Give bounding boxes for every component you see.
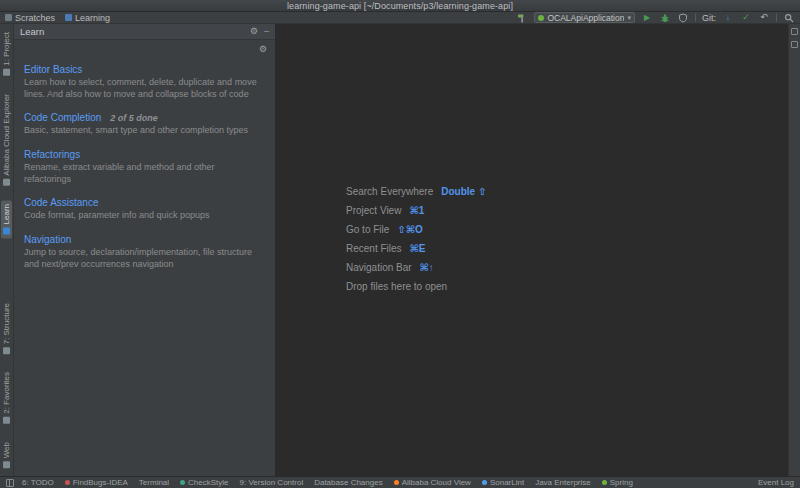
shortcut-label: Search Everywhere [346,186,433,197]
lesson-description: Learn how to select, comment, delete, du… [24,77,262,100]
shortcut-keys: ⇧⌘O [397,224,422,235]
shortcut-label: Drop files here to open [346,281,447,292]
status-item-label: 6: TODO [22,478,54,487]
learn-panel-header: Learn ⚙ – [14,24,275,40]
lesson-description: Rename, extract variable and method and … [24,162,262,185]
lesson-item: Navigation Jump to source, declaration/i… [24,234,265,270]
lesson-link-refactorings[interactable]: Refactorings [24,149,80,160]
event-log-button[interactable]: Event Log [758,478,794,487]
debug-button[interactable] [659,12,671,23]
project-icon [3,69,10,76]
shortcut-hint: Navigation Bar⌘↑ [346,258,486,277]
status-item-spring[interactable]: Spring [602,478,633,487]
lesson-item: Refactorings Rename, extract variable an… [24,149,265,185]
lesson-item: Code Completion 2 of 5 done Basic, state… [24,112,265,137]
main-area: 1: Project Alibaba Cloud Explorer Learn … [0,24,800,476]
status-item-version-control[interactable]: 9: Version Control [240,478,304,487]
lesson-description: Basic, statement, smart type and other c… [24,125,262,137]
breadcrumb-learning[interactable]: Learning [65,13,110,23]
right-tool-stripe [788,24,800,476]
editor-area[interactable]: Search EverywhereDouble ⇧ Project View⌘1… [276,24,788,476]
window-title: learning-game-api [~/Documents/p3/learni… [287,1,513,11]
learn-panel-title: Learn [20,26,44,37]
tool-button-label: Learn [2,204,11,224]
ide-window: learning-game-api [~/Documents/p3/learni… [0,0,800,488]
coverage-button[interactable] [677,12,689,23]
tool-button-label: 2: Favorites [2,372,11,414]
main-toolbar: Scratches Learning OCALApiApplication ▾ … [0,12,800,24]
shortcut-hint: Search EverywhereDouble ⇧ [346,182,486,201]
tool-button-web[interactable]: Web [1,438,12,472]
status-item-label: Spring [610,478,633,487]
status-item-alibaba-cloud[interactable]: Alibaba Cloud View [394,478,471,487]
search-everywhere-icon[interactable] [783,12,795,23]
tool-button-favorites[interactable]: 2: Favorites [1,368,12,428]
run-configuration-select[interactable]: OCALApiApplication ▾ [534,12,635,23]
status-item-label: FindBugs-IDEA [73,478,128,487]
lesson-link-code-assistance[interactable]: Code Assistance [24,197,99,208]
chevron-down-icon: ▾ [627,14,631,21]
shortcut-hint: Recent Files⌘E [346,239,486,258]
tool-button-label: 1: Project [2,32,11,66]
gear-icon[interactable]: ⚙ [259,45,267,54]
tool-button-label: Web [2,442,11,458]
tool-window-button-icon[interactable] [791,41,798,48]
git-label: Git: [702,13,716,23]
status-dot [65,480,70,485]
drop-files-hint: Drop files here to open [346,277,486,296]
panel-header-actions: ⚙ – [250,27,269,36]
tool-window-button-icon[interactable] [791,28,798,35]
tool-window-switcher-icon[interactable] [6,479,14,487]
lesson-link-navigation[interactable]: Navigation [24,234,71,245]
status-item-terminal[interactable]: Terminal [139,478,169,487]
status-item-java-enterprise[interactable]: Java Enterprise [535,478,591,487]
titlebar: learning-game-api [~/Documents/p3/learni… [0,0,800,12]
lesson-description: Code format, parameter info and quick po… [24,210,262,222]
cloud-icon [3,179,10,186]
tool-button-structure[interactable]: 7: Structure [1,299,12,358]
tool-button-learn[interactable]: Learn [1,200,12,238]
tool-button-alibaba-cloud-explorer[interactable]: Alibaba Cloud Explorer [1,90,12,190]
tool-button-project[interactable]: 1: Project [1,28,12,80]
structure-icon [3,347,10,354]
left-tool-stripe: 1: Project Alibaba Cloud Explorer Learn … [0,24,14,476]
status-item-label: Java Enterprise [535,478,591,487]
lesson-link-editor-basics[interactable]: Editor Basics [24,64,82,75]
status-item-findbugs[interactable]: FindBugs-IDEA [65,478,128,487]
build-hammer-icon[interactable] [516,12,528,23]
status-item-todo[interactable]: 6: TODO [22,478,54,487]
status-item-sonarlint[interactable]: SonarLint [482,478,524,487]
shortcut-label: Go to File [346,224,389,235]
status-item-label: Terminal [139,478,169,487]
git-update-icon[interactable]: ↓ [722,12,734,23]
status-dot [602,480,607,485]
left-stripe-bottom: 7: Structure 2: Favorites Web [1,299,12,472]
star-icon [3,417,10,424]
shortcut-keys: ⌘↑ [420,262,434,273]
status-item-label: SonarLint [490,478,524,487]
shortcut-keys: Double ⇧ [441,186,486,197]
commit-check-icon[interactable]: ✓ [740,12,752,23]
learning-module-icon [65,14,72,21]
shortcut-label: Recent Files [346,243,402,254]
breadcrumb-scratches[interactable]: Scratches [5,13,55,23]
lesson-link-code-completion[interactable]: Code Completion [24,112,101,123]
shortcut-label: Project View [346,205,401,216]
status-item-label: Alibaba Cloud View [402,478,471,487]
lesson-item: Code Assistance Code format, parameter i… [24,197,265,222]
learn-panel-toolbar: ⚙ [14,40,275,58]
revert-icon[interactable]: ↶ [758,12,770,23]
run-configuration-name: OCALApiApplication [547,13,624,23]
tool-button-label: Alibaba Cloud Explorer [2,94,11,176]
lesson-item: Editor Basics Learn how to select, comme… [24,64,265,100]
gear-icon[interactable]: ⚙ [250,27,258,36]
tool-button-label: 7: Structure [2,303,11,344]
event-log-label: Event Log [758,478,794,487]
run-button[interactable]: ▶ [641,12,653,23]
hide-panel-icon[interactable]: – [264,27,269,36]
learn-tool-window: Learn ⚙ – ⚙ Editor Basics Learn how to s… [14,24,276,476]
status-item-checkstyle[interactable]: CheckStyle [180,478,228,487]
status-dot [394,480,399,485]
status-item-database-changes[interactable]: Database Changes [314,478,383,487]
empty-editor-hints: Search EverywhereDouble ⇧ Project View⌘1… [346,182,486,296]
